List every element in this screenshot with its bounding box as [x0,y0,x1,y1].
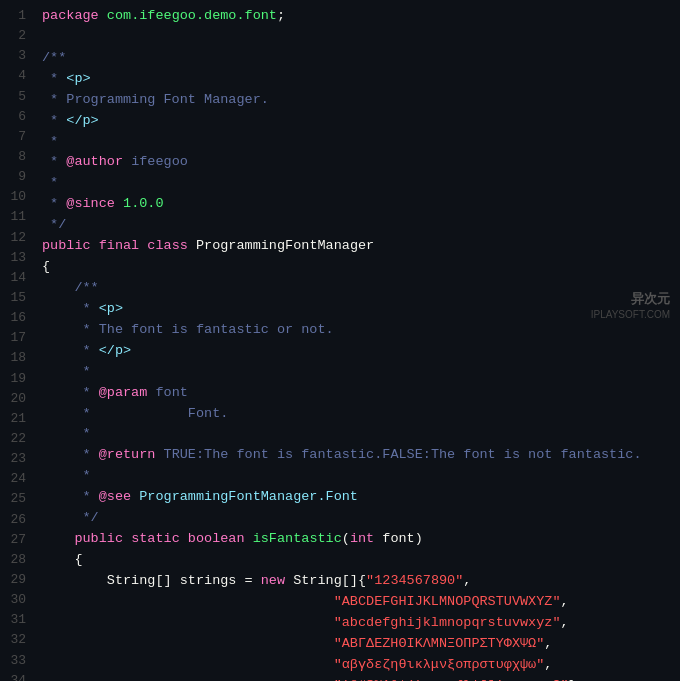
token: "abcdefghijklmnopqrstuvwxyz" [334,615,561,630]
token: final [99,238,140,253]
token [42,615,334,630]
line-number-22: 22 [0,429,26,449]
code-line-23: * [42,466,680,487]
token: com.ifeegoo.demo.font [107,8,277,23]
line-number-15: 15 [0,288,26,308]
line-number-1: 1 [0,6,26,26]
token [123,531,131,546]
line-number-19: 19 [0,369,26,389]
token: * [42,447,99,462]
code-line-12: public final class ProgrammingFontManage… [42,236,680,257]
token: "!@#$%^&*()_+-={}|[]':;<>,.?" [334,678,569,682]
token: <p> [66,71,90,86]
line-number-6: 6 [0,107,26,127]
code-line-21: * [42,424,680,445]
code-line-10: * @since 1.0.0 [42,194,680,215]
token: @since [66,196,115,211]
token: * [42,113,66,128]
code-line-7: * [42,132,680,153]
token: public [42,238,91,253]
token: { [42,259,50,274]
token [42,531,74,546]
token: * [42,196,66,211]
token: * The font is fantastic or not. [42,322,334,337]
token: ProgrammingFontManager.Font [139,489,358,504]
token: * [42,343,99,358]
code-line-15: * <p> [42,299,680,320]
code-line-14: /** [42,278,680,299]
token: * [42,489,99,504]
line-number-8: 8 [0,147,26,167]
token: ; [277,8,285,23]
token: @author [66,154,123,169]
token: /** [42,280,99,295]
token: * [42,364,91,379]
token: * [42,426,91,441]
token: * [42,301,99,316]
line-number-29: 29 [0,570,26,590]
line-number-28: 28 [0,550,26,570]
line-numbers: 1234567891011121314151617181920212223242… [0,0,38,681]
code-line-29: "ABCDEFGHIJKLMNOPQRSTUVWXYZ", [42,592,680,613]
code-line-2 [42,27,680,48]
code-line-18: * [42,362,680,383]
line-number-5: 5 [0,87,26,107]
line-number-18: 18 [0,348,26,368]
token: </p> [66,113,98,128]
token: }; [569,678,585,682]
token [91,238,99,253]
line-number-26: 26 [0,510,26,530]
line-number-21: 21 [0,409,26,429]
token [115,196,123,211]
line-number-34: 34 [0,671,26,681]
token: </p> [99,343,131,358]
token: * [42,134,58,149]
line-number-27: 27 [0,530,26,550]
token: @see [99,489,131,504]
token: @param [99,385,148,400]
line-number-31: 31 [0,610,26,630]
code-line-20: * Font. [42,404,680,425]
line-number-20: 20 [0,389,26,409]
code-line-19: * @param font [42,383,680,404]
token: "ABCDEFGHIJKLMNOPQRSTUVWXYZ" [334,594,561,609]
token: , [561,594,569,609]
code-line-27: { [42,550,680,571]
code-line-30: "abcdefghijklmnopqrstuvwxyz", [42,613,680,634]
code-line-24: * @see ProgrammingFontManager.Font [42,487,680,508]
token: 1.0.0 [123,196,164,211]
code-line-6: * </p> [42,111,680,132]
line-number-16: 16 [0,308,26,328]
token: ifeegoo [123,154,188,169]
line-number-33: 33 [0,651,26,671]
token: static [131,531,180,546]
token: * Font. [42,406,228,421]
token: String[]{ [285,573,366,588]
token: "αβγδεζηθικλμνξοπρστυφχψω" [334,657,545,672]
token: * [42,154,66,169]
line-number-11: 11 [0,207,26,227]
token [42,678,334,682]
line-number-32: 32 [0,630,26,650]
token: int [350,531,374,546]
token [42,594,334,609]
line-number-12: 12 [0,228,26,248]
token: "1234567890" [366,573,463,588]
code-line-13: { [42,257,680,278]
token: isFantastic [253,531,342,546]
token: boolean [188,531,245,546]
token: @return [99,447,156,462]
line-number-4: 4 [0,66,26,86]
token: ProgrammingFontManager [188,238,374,253]
code-editor: 1234567891011121314151617181920212223242… [0,0,680,681]
token: class [147,238,188,253]
code-line-1: package com.ifeegoo.demo.font; [42,6,680,27]
line-number-13: 13 [0,248,26,268]
token [99,8,107,23]
code-content[interactable]: 异次元 IPLAYSOFT.COM package com.ifeegoo.de… [38,0,680,681]
line-number-14: 14 [0,268,26,288]
code-line-5: * Programming Font Manager. [42,90,680,111]
code-line-33: "!@#$%^&*()_+-={}|[]':;<>,.?"}; [42,676,680,682]
token: String[] strings = [42,573,261,588]
code-line-9: * [42,173,680,194]
